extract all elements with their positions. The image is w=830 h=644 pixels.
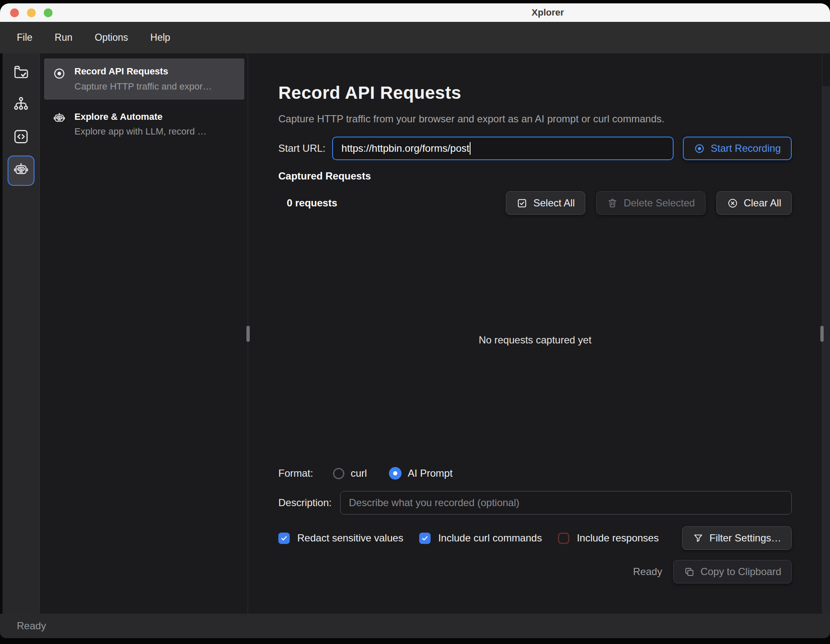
- format-label: Format:: [278, 467, 333, 479]
- include-responses-label: Include responses: [577, 532, 659, 544]
- description-label: Description:: [278, 497, 332, 509]
- titlebar: Xplorer: [0, 3, 830, 22]
- minimize-window-button[interactable]: [27, 8, 36, 17]
- record-icon: [694, 143, 705, 154]
- sitemap-icon: [13, 96, 29, 113]
- window-title: Xplorer: [531, 7, 564, 18]
- close-window-button[interactable]: [10, 8, 19, 17]
- text-caret: [470, 142, 471, 155]
- format-ai-prompt-label: AI Prompt: [408, 467, 453, 479]
- main-panel: Record API Requests Capture HTTP traffic…: [248, 53, 822, 614]
- statusbar: Ready: [0, 614, 830, 638]
- code-icon: [13, 128, 29, 145]
- select-all-label: Select All: [533, 197, 575, 209]
- desktop-background: Xplorer File Run Options Help: [0, 0, 830, 644]
- folder-check-icon: [13, 63, 29, 80]
- robot-icon: [53, 112, 66, 137]
- activity-sitemap-button[interactable]: [8, 91, 34, 118]
- start-url-input[interactable]: https://httpbin.org/forms/post: [332, 137, 674, 160]
- include-curl-label: Include curl commands: [438, 532, 542, 544]
- sidebar-item-subtitle: Explore app with LLM, record …: [74, 126, 206, 137]
- include-curl-checkbox[interactable]: Include curl commands: [419, 532, 542, 544]
- sidebar-item-record-api-requests[interactable]: Record API Requests Capture HTTP traffic…: [44, 58, 244, 100]
- redact-sensitive-label: Redact sensitive values: [297, 532, 403, 544]
- checkbox-checked-icon: [278, 533, 290, 544]
- checkbox-unchecked-icon: [558, 533, 569, 544]
- menu-help[interactable]: Help: [151, 32, 170, 43]
- start-recording-button[interactable]: Start Recording: [683, 137, 792, 160]
- export-footer-row: Ready Copy to Clipboard: [278, 560, 792, 583]
- captured-requests-heading: Captured Requests: [278, 170, 792, 182]
- menu-run[interactable]: Run: [55, 32, 72, 43]
- robot-icon: [13, 162, 29, 179]
- statusbar-text: Ready: [17, 620, 46, 632]
- window-controls: [10, 3, 53, 22]
- activity-bar: [3, 53, 40, 614]
- sidebar-item-texts: Explore & Automate Explore app with LLM,…: [74, 111, 206, 137]
- filter-settings-label: Filter Settings…: [709, 532, 781, 544]
- copy-icon: [684, 566, 695, 578]
- start-url-label: Start URL:: [278, 143, 325, 154]
- sidebar-item-title: Explore & Automate: [74, 111, 206, 123]
- circle-x-icon: [727, 198, 738, 209]
- page-subtitle: Capture HTTP traffic from your browser a…: [278, 113, 792, 125]
- filter-settings-button[interactable]: Filter Settings…: [682, 526, 792, 550]
- radio-unchecked-icon: [333, 468, 344, 479]
- menubar: File Run Options Help: [0, 22, 830, 53]
- empty-state-message: No requests captured yet: [478, 334, 591, 346]
- redact-sensitive-checkbox[interactable]: Redact sensitive values: [278, 532, 403, 544]
- description-input[interactable]: [340, 491, 792, 515]
- format-option-curl[interactable]: curl: [333, 467, 367, 479]
- sidebar-item-subtitle: Capture HTTP traffic and expor…: [74, 81, 212, 92]
- start-recording-label: Start Recording: [711, 143, 781, 154]
- captured-requests-toolbar: 0 requests Select All: [278, 191, 792, 215]
- trash-icon: [607, 198, 618, 209]
- sidebar-item-title: Record API Requests: [74, 65, 212, 78]
- filter-funnel-icon: [693, 533, 704, 544]
- select-all-button[interactable]: Select All: [506, 191, 585, 215]
- format-option-ai-prompt[interactable]: AI Prompt: [389, 467, 453, 480]
- page-title: Record API Requests: [278, 83, 792, 103]
- sidebar-item-explore-automate[interactable]: Explore & Automate Explore app with LLM,…: [44, 104, 244, 145]
- captured-requests-list: No requests captured yet: [278, 215, 792, 465]
- menu-file[interactable]: File: [17, 32, 32, 43]
- right-rail-top-block: [822, 53, 830, 86]
- format-curl-label: curl: [351, 467, 367, 479]
- checkbox-checked-icon: [419, 533, 431, 544]
- menu-options[interactable]: Options: [95, 32, 128, 43]
- export-status: Ready: [633, 566, 662, 578]
- start-url-row: Start URL: https://httpbin.org/forms/pos…: [278, 137, 792, 160]
- activity-projects-button[interactable]: [8, 58, 34, 85]
- window-body: Record API Requests Capture HTTP traffic…: [0, 53, 830, 614]
- clear-all-label: Clear All: [744, 197, 781, 209]
- sidebar-splitter-handle[interactable]: [246, 326, 250, 342]
- copy-to-clipboard-button[interactable]: Copy to Clipboard: [673, 560, 792, 583]
- zoom-window-button[interactable]: [44, 8, 53, 17]
- right-splitter-handle[interactable]: [820, 326, 824, 342]
- copy-to-clipboard-label: Copy to Clipboard: [700, 566, 781, 578]
- format-row: Format: curl AI Prompt: [278, 465, 792, 482]
- activity-automation-button[interactable]: [8, 156, 34, 186]
- record-icon: [53, 67, 66, 92]
- captured-actions: Select All Delete Selected: [506, 191, 792, 215]
- checkbox-check-icon: [516, 198, 528, 209]
- export-options-row: Redact sensitive values Include curl com…: [278, 526, 792, 550]
- sidebar: Record API Requests Capture HTTP traffic…: [40, 53, 248, 614]
- clear-all-button[interactable]: Clear All: [716, 191, 792, 215]
- app-window: Xplorer File Run Options Help: [0, 3, 830, 638]
- start-url-value: https://httpbin.org/forms/post: [341, 143, 469, 154]
- radio-checked-icon: [389, 467, 402, 480]
- description-row: Description:: [278, 491, 792, 515]
- delete-selected-label: Delete Selected: [624, 197, 695, 209]
- sidebar-item-texts: Record API Requests Capture HTTP traffic…: [74, 65, 212, 92]
- request-count: 0 requests: [278, 197, 337, 209]
- delete-selected-button[interactable]: Delete Selected: [596, 191, 705, 215]
- include-responses-checkbox[interactable]: Include responses: [558, 532, 659, 544]
- activity-code-button[interactable]: [8, 123, 34, 150]
